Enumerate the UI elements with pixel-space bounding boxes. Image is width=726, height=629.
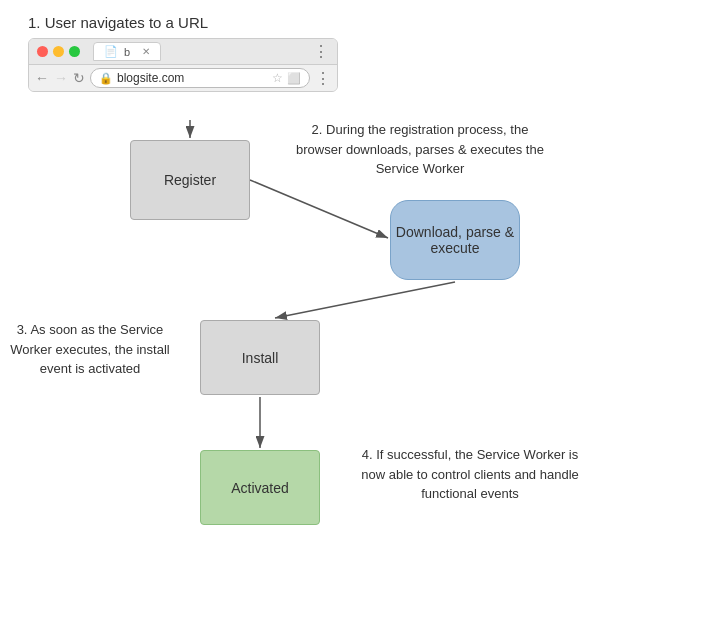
toolbar-menu-icon: ⋮ [315, 69, 331, 88]
step2-annotation: 2. During the registration process, the … [290, 120, 550, 179]
step3-annotation: 3. As soon as the Service Worker execute… [10, 320, 170, 379]
svg-line-2 [250, 180, 388, 238]
browser-titlebar: 📄 b ✕ ⋮ [29, 39, 337, 65]
lock-icon: 🔒 [99, 72, 113, 85]
forward-icon: → [54, 70, 68, 86]
download-box: Download, parse & execute [390, 200, 520, 280]
tab-label: b [124, 46, 130, 58]
step4-annotation: 4. If successful, the Service Worker is … [355, 445, 585, 504]
register-box: Register [130, 140, 250, 220]
menu-dots-icon: ⋮ [313, 42, 329, 61]
install-box: Install [200, 320, 320, 395]
dot-red-icon [37, 46, 48, 57]
dot-green-icon [69, 46, 80, 57]
browser-tab: 📄 b ✕ [93, 42, 161, 61]
star-icon: ☆ [272, 71, 283, 85]
refresh-icon: ↻ [73, 70, 85, 86]
url-text: blogsite.com [117, 71, 184, 85]
tab-close-icon: ✕ [142, 46, 150, 57]
diagram: Register 2. During the registration proc… [0, 120, 726, 629]
step1-label: 1. User navigates to a URL [28, 14, 208, 31]
back-icon: ← [35, 70, 49, 86]
dot-yellow-icon [53, 46, 64, 57]
svg-line-3 [275, 282, 455, 318]
browser-toolbar: ← → ↻ 🔒 blogsite.com ☆ ⬜ ⋮ [29, 65, 337, 91]
activated-box: Activated [200, 450, 320, 525]
cast-icon: ⬜ [287, 72, 301, 85]
browser-mockup: 📄 b ✕ ⋮ ← → ↻ 🔒 blogsite.com ☆ ⬜ ⋮ [28, 38, 338, 92]
address-bar: 🔒 blogsite.com ☆ ⬜ [90, 68, 310, 88]
tab-icon: 📄 [104, 45, 118, 58]
